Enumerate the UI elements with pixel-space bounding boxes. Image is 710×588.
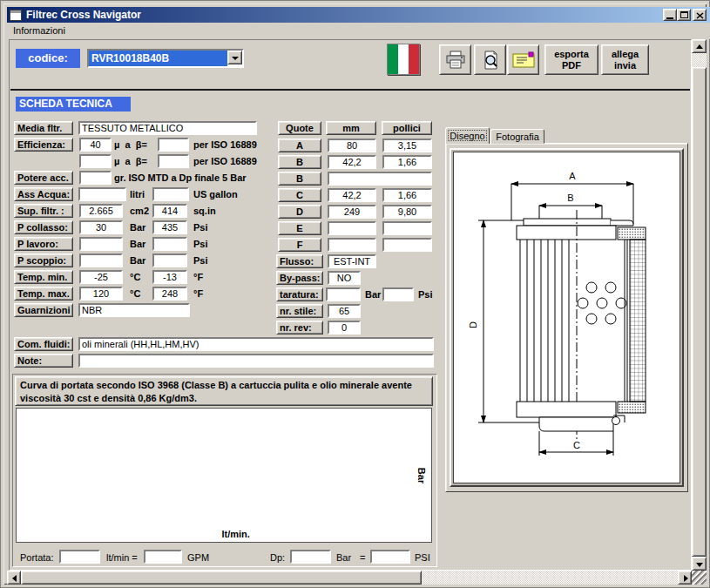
temp-min-label: Temp. min. <box>14 270 73 284</box>
dim-c-mm-field[interactable]: 42,2 <box>328 188 376 202</box>
tab-disegno[interactable]: Disegno <box>445 127 490 144</box>
gpm-field[interactable] <box>144 550 182 564</box>
portata-field[interactable] <box>59 550 100 564</box>
guarnizioni-field[interactable]: NBR <box>78 303 190 317</box>
combo-dropdown-button[interactable] <box>227 51 242 64</box>
ass-acqua-label: Ass Acqua: <box>14 187 73 201</box>
media-fltr-field[interactable]: TESSUTO METALLICO <box>78 121 257 135</box>
com-fluidi-field[interactable]: oli minerali (HH,HL,HM,HV) <box>78 337 434 351</box>
dim-e-inch-field[interactable] <box>382 221 432 235</box>
dim-b2-wide-field[interactable] <box>328 172 432 186</box>
chart-ylabel: Bar <box>416 467 427 483</box>
attach-send-button[interactable]: allega invia <box>601 44 649 75</box>
app-icon <box>10 10 22 21</box>
scroll-left-button[interactable] <box>7 571 21 585</box>
export-pdf-button[interactable]: esporta PDF <box>544 44 598 75</box>
print-button[interactable] <box>439 44 471 75</box>
temp-max-unit-2: °F <box>193 287 203 301</box>
p-collasso-field-2[interactable]: 435 <box>152 220 187 234</box>
sup-filtr-label: Sup. filtr. : <box>14 204 73 218</box>
export-pdf-label-2: PDF <box>562 60 581 71</box>
p-scoppio-field-2[interactable] <box>152 253 187 267</box>
menu-item-informazioni[interactable]: Informazioni <box>7 23 71 38</box>
flusso-field[interactable]: EST-INT <box>328 254 376 268</box>
nr-stile-field[interactable]: 65 <box>328 304 361 318</box>
toolbar-separator <box>10 89 690 91</box>
ltmin-label: lt/min = <box>106 551 138 564</box>
efficienza-micron-field[interactable]: 40 <box>79 138 112 152</box>
vertical-scroll-thumb[interactable] <box>692 67 707 557</box>
drawing-dim-c-label: C <box>573 440 580 450</box>
curve-panel: Curva di portata secondo ISO 3968 (Class… <box>12 374 437 567</box>
scroll-down-button[interactable] <box>692 557 707 571</box>
close-icon <box>696 12 704 19</box>
sup-filtr-field-1[interactable]: 2.665 <box>79 204 123 218</box>
horizontal-scroll-thumb[interactable] <box>21 571 422 585</box>
nr-rev-field[interactable]: 0 <box>328 321 361 335</box>
ass-acqua-field-1[interactable] <box>78 187 126 201</box>
vertical-scrollbar[interactable] <box>692 39 707 571</box>
bar-label: Bar <box>336 551 351 564</box>
maximize-button[interactable] <box>677 9 691 21</box>
dim-e-mm-field[interactable] <box>328 221 376 235</box>
maximize-icon <box>680 11 688 18</box>
temp-max-field-2[interactable]: 248 <box>152 287 187 301</box>
efficienza2-micron-field[interactable] <box>79 154 112 168</box>
p-lavoro-label: P lavoro: <box>14 237 73 251</box>
efficienza2-beta-field[interactable] <box>158 154 189 168</box>
dim-a-inch-field[interactable]: 3,15 <box>382 139 432 152</box>
scroll-right-button[interactable] <box>678 571 692 585</box>
ass-acqua-field-2[interactable] <box>152 187 189 201</box>
guarnizioni-label: Guarnizioni <box>14 303 73 317</box>
attach-send-label-2: invia <box>614 60 636 71</box>
efficienza-beta-field[interactable] <box>158 138 189 152</box>
temp-min-unit-1: °C <box>130 270 140 284</box>
p-scoppio-field-1[interactable] <box>79 253 123 267</box>
codice-combobox[interactable]: RVR10018B40B <box>87 49 244 68</box>
close-button[interactable] <box>693 9 707 21</box>
preview-button[interactable] <box>474 44 506 75</box>
minimize-button[interactable] <box>663 9 677 21</box>
taratura-psi-field[interactable] <box>382 287 414 301</box>
portata-label: Portata: <box>20 551 54 564</box>
scroll-up-button[interactable] <box>692 39 707 53</box>
psi-field[interactable] <box>370 550 410 564</box>
p-collasso-field-1[interactable]: 30 <box>79 220 123 234</box>
dim-c-inch-field[interactable]: 1,66 <box>382 188 432 202</box>
dim-b-mm-field[interactable]: 42,2 <box>328 155 376 169</box>
chart-xlabel: lt/min. <box>221 529 249 539</box>
drawing-dim-b-label: B <box>567 193 573 203</box>
tab-fotografia[interactable]: Fotografia <box>490 129 544 144</box>
dp-field[interactable] <box>290 550 331 564</box>
sup-filtr-field-2[interactable]: 414 <box>152 204 187 218</box>
drawing-dim-d-label: D <box>468 321 478 328</box>
dim-b-inch-field[interactable]: 1,66 <box>382 155 432 169</box>
export-pdf-label-1: esporta <box>554 49 589 60</box>
temp-min-field-1[interactable]: -25 <box>79 270 123 284</box>
potere-acc-unit: gr. ISO MTD a Dp finale 5 Bar <box>114 171 247 185</box>
temp-max-field-1[interactable]: 120 <box>79 287 123 301</box>
taratura-psi-unit: Psi <box>418 287 433 301</box>
email-button[interactable] <box>507 44 539 75</box>
taratura-bar-field[interactable] <box>326 287 361 301</box>
dim-a-mm-field[interactable]: 80 <box>328 139 376 152</box>
potere-acc-field[interactable] <box>79 171 112 185</box>
horizontal-scrollbar[interactable] <box>7 571 692 585</box>
equals-label: = <box>360 551 365 564</box>
dim-d-mm-field[interactable]: 249 <box>328 205 376 219</box>
flow-chart-plot: Bar lt/min. <box>16 408 432 543</box>
p-lavoro-field-1[interactable] <box>79 237 123 251</box>
p-lavoro-field-2[interactable] <box>152 237 187 251</box>
gpm-label: GPM <box>187 551 209 564</box>
resize-grip[interactable] <box>692 571 707 585</box>
dim-f-inch-field[interactable] <box>382 238 432 252</box>
sup-filtr-unit-2: sq.in <box>193 204 216 218</box>
titlebar[interactable]: Filtrec Cross Navigator <box>7 7 710 23</box>
dim-f-mm-field[interactable] <box>328 238 376 252</box>
temp-min-field-2[interactable]: -13 <box>152 270 187 284</box>
note-field[interactable] <box>78 354 434 368</box>
dim-d-label: D <box>278 205 321 219</box>
taratura-bar-unit: Bar <box>365 287 381 301</box>
dim-d-inch-field[interactable]: 9,80 <box>382 205 432 219</box>
bypass-field[interactable]: NO <box>328 271 361 285</box>
